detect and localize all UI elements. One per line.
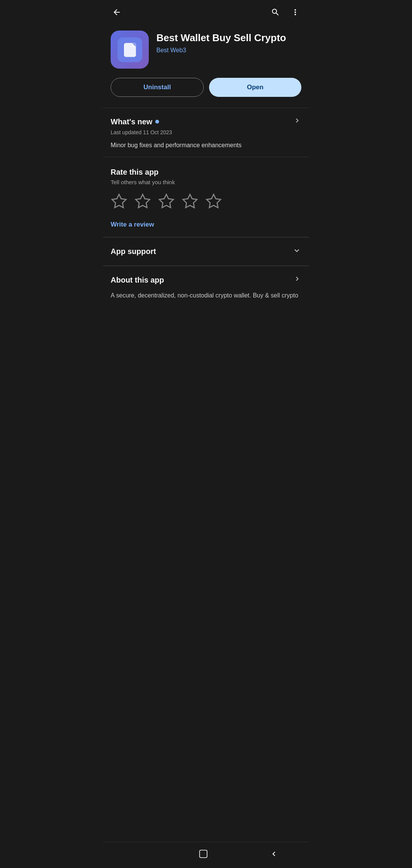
app-title: Best Wallet Buy Sell Crypto <box>156 32 301 44</box>
rate-subtitle: Tell others what you think <box>111 179 301 185</box>
about-section: About this app A secure, decentralized, … <box>103 266 309 307</box>
whats-new-arrow-button[interactable] <box>293 116 301 127</box>
open-button[interactable]: Open <box>209 78 301 97</box>
app-info: Best Wallet Buy Sell Crypto Best Web3 <box>156 31 301 54</box>
write-review-button[interactable]: Write a review <box>111 221 154 228</box>
star-5-button[interactable] <box>205 193 222 212</box>
app-support-title: App support <box>111 247 156 256</box>
rate-section: Rate this app Tell others what you think <box>103 157 309 237</box>
star-4-button[interactable] <box>182 193 198 212</box>
svg-rect-1 <box>200 850 207 858</box>
home-button[interactable] <box>191 847 216 860</box>
back-nav-icon <box>269 849 278 858</box>
app-icon-wrapper <box>111 31 149 69</box>
whats-new-title-row: What's new <box>111 117 159 126</box>
back-nav-button[interactable] <box>262 848 286 860</box>
app-header: Best Wallet Buy Sell Crypto Best Web3 <box>103 24 309 78</box>
app-icon <box>111 31 149 69</box>
last-updated-text: Last updated 11 Oct 2023 <box>111 129 301 135</box>
top-bar <box>103 0 309 24</box>
rate-title: Rate this app <box>111 168 301 177</box>
whats-new-header: What's new <box>111 116 301 127</box>
top-bar-actions <box>269 6 301 18</box>
home-icon <box>198 849 208 859</box>
app-support-section[interactable]: App support <box>103 237 309 265</box>
update-indicator-dot <box>155 120 159 124</box>
search-button[interactable] <box>269 6 282 18</box>
recent-apps-button[interactable] <box>126 849 145 858</box>
app-developer: Best Web3 <box>156 47 301 54</box>
stars-row <box>111 193 301 212</box>
chevron-down-icon <box>292 246 301 257</box>
more-options-button[interactable] <box>289 6 301 18</box>
star-3-button[interactable] <box>158 193 175 212</box>
about-header: About this app <box>111 275 301 285</box>
whats-new-title: What's new <box>111 117 152 126</box>
about-description: A secure, decentralized, non-custodial c… <box>111 291 301 301</box>
about-arrow-button[interactable] <box>293 275 301 285</box>
bottom-nav-bar <box>103 842 309 868</box>
about-title: About this app <box>111 276 164 285</box>
whats-new-description: Minor bug fixes and performance enhancem… <box>111 141 301 150</box>
recent-apps-icon <box>134 851 137 857</box>
star-2-button[interactable] <box>134 193 151 212</box>
back-button[interactable] <box>111 6 123 18</box>
whats-new-section: What's new Last updated 11 Oct 2023 Mino… <box>103 108 309 157</box>
action-buttons: Uninstall Open <box>103 78 309 108</box>
uninstall-button[interactable]: Uninstall <box>111 78 204 97</box>
star-1-button[interactable] <box>111 193 127 212</box>
